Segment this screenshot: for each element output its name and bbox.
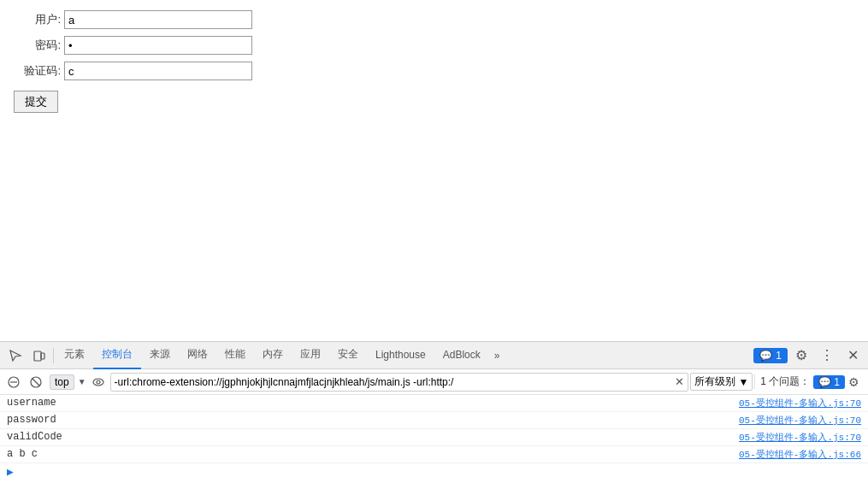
- tab-console[interactable]: 控制台: [93, 342, 141, 369]
- expand-icon: ▶: [7, 465, 14, 479]
- log-row-0: username 05-受控组件-多输入.js:70: [0, 395, 868, 412]
- badge-chat-icon: 💬: [759, 350, 772, 362]
- issues-badge-count: 1: [834, 376, 840, 388]
- svg-rect-1: [41, 353, 44, 359]
- log-text-1: password: [7, 414, 732, 426]
- device-toolbar-button[interactable]: [27, 344, 51, 368]
- captcha-input[interactable]: [64, 62, 252, 80]
- eye-button[interactable]: [88, 372, 109, 392]
- issues-badge-button[interactable]: 💬 1: [813, 375, 845, 389]
- username-label: 用户:: [14, 12, 61, 27]
- log-source-2[interactable]: 05-受控组件-多输入.js:70: [739, 431, 861, 444]
- password-input[interactable]: [64, 36, 252, 55]
- tabs-more-button[interactable]: »: [489, 346, 505, 365]
- log-level-select[interactable]: 所有级别 ▼: [690, 373, 753, 391]
- issues-text: 1 个问题：: [760, 374, 810, 389]
- log-text-0: username: [7, 397, 732, 409]
- top-context-label[interactable]: top: [50, 374, 74, 390]
- devtools-panel: 元素 控制台 来源 网络 性能 内存 应用 安全 Lighthouse AdBl…: [0, 341, 868, 489]
- tab-adblock[interactable]: AdBlock: [434, 342, 489, 369]
- bottom-expand-arrow[interactable]: ▶: [0, 463, 868, 480]
- issues-count-area: 1 个问题： 💬 1 ⚙: [754, 374, 865, 389]
- captcha-label: 验证码:: [14, 63, 61, 79]
- tab-security[interactable]: 安全: [329, 342, 367, 369]
- filter-clear-button[interactable]: ✕: [675, 375, 684, 388]
- console-toolbar: top ▼ ✕ 所有级别 ▼ 1 个问题： 💬 1 ⚙: [0, 369, 868, 395]
- tab-sources[interactable]: 来源: [141, 342, 179, 369]
- top-dropdown-arrow[interactable]: ▼: [78, 377, 86, 386]
- main-content: 用户: 密码: 验证码: 提交: [0, 0, 868, 327]
- filter-input[interactable]: [115, 376, 676, 388]
- svg-point-7: [97, 380, 100, 384]
- password-row: 密码:: [14, 36, 854, 55]
- console-settings-button[interactable]: ⚙: [848, 375, 859, 389]
- tab-elements[interactable]: 元素: [56, 342, 93, 369]
- devtools-tabbar: 元素 控制台 来源 网络 性能 内存 应用 安全 Lighthouse AdBl…: [0, 342, 868, 369]
- log-level-label: 所有级别: [694, 374, 735, 389]
- issues-badge-icon: 💬: [818, 376, 831, 388]
- console-badge-button[interactable]: 💬 1: [753, 348, 788, 363]
- filter-input-wrapper: ✕: [110, 373, 689, 392]
- log-source-3[interactable]: 05-受控组件-多输入.js:66: [739, 448, 861, 461]
- log-source-0[interactable]: 05-受控组件-多输入.js:70: [739, 397, 861, 409]
- tab-memory[interactable]: 内存: [254, 342, 292, 369]
- svg-rect-0: [34, 351, 41, 361]
- tab-separator: [53, 348, 54, 363]
- tab-application[interactable]: 应用: [292, 342, 329, 369]
- log-text-3: a b c: [7, 448, 732, 460]
- password-label: 密码:: [14, 38, 61, 53]
- tab-lighthouse[interactable]: Lighthouse: [367, 342, 434, 369]
- more-options-button[interactable]: ⋮: [815, 344, 839, 368]
- settings-button[interactable]: ⚙: [789, 344, 813, 368]
- svg-point-6: [93, 379, 103, 386]
- username-input[interactable]: [64, 10, 252, 29]
- log-row-3: a b c 05-受控组件-多输入.js:66: [0, 446, 868, 463]
- log-level-arrow: ▼: [738, 376, 748, 388]
- block-button[interactable]: [26, 372, 46, 392]
- submit-button[interactable]: 提交: [14, 91, 58, 113]
- close-devtools-button[interactable]: ✕: [841, 344, 865, 368]
- inspect-element-button[interactable]: [3, 344, 27, 368]
- console-log-area: username 05-受控组件-多输入.js:70 password 05-受…: [0, 395, 868, 489]
- clear-console-button[interactable]: [3, 372, 24, 392]
- badge-count: 1: [776, 350, 782, 362]
- log-text-2: validCode: [7, 431, 732, 443]
- devtools-right-controls: 💬 1 ⚙ ⋮ ✕: [753, 344, 865, 368]
- log-row-2: validCode 05-受控组件-多输入.js:70: [0, 429, 868, 446]
- username-row: 用户:: [14, 10, 854, 29]
- log-row-1: password 05-受控组件-多输入.js:70: [0, 412, 868, 429]
- log-source-1[interactable]: 05-受控组件-多输入.js:70: [739, 414, 861, 427]
- tab-performance[interactable]: 性能: [216, 342, 254, 369]
- captcha-row: 验证码:: [14, 62, 854, 80]
- tab-network[interactable]: 网络: [179, 342, 216, 369]
- svg-line-5: [32, 379, 39, 386]
